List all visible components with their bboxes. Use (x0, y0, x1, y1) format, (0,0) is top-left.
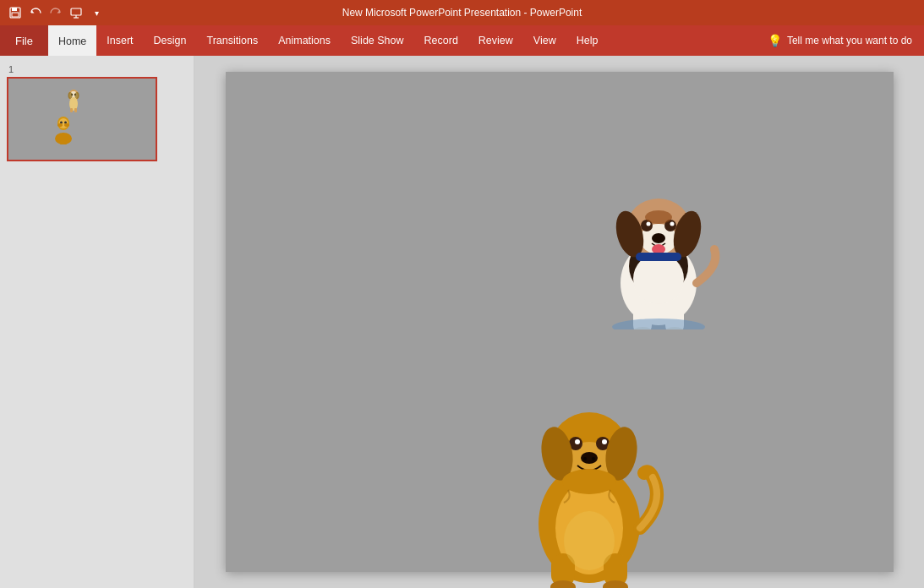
file-tab[interactable]: File (0, 25, 48, 56)
slide-area[interactable] (194, 56, 924, 588)
svg-point-23 (64, 123, 69, 127)
slide-thumbnail[interactable] (7, 77, 157, 161)
tab-review[interactable]: Review (468, 25, 523, 56)
beagle-image[interactable] (589, 173, 729, 329)
tab-record[interactable]: Record (414, 25, 468, 56)
slide-thumb-content (8, 79, 156, 160)
title-bar: ▾ New Microsoft PowerPoint Presentation … (0, 0, 924, 25)
svg-point-19 (59, 118, 68, 128)
svg-point-33 (646, 222, 650, 226)
svg-rect-24 (60, 140, 63, 144)
ribbon: File Home Insert Design Transitions Anim… (0, 25, 924, 56)
tab-transitions[interactable]: Transitions (196, 25, 268, 56)
thumb-golden-icon (52, 115, 74, 144)
svg-point-54 (581, 452, 598, 464)
svg-point-12 (68, 92, 73, 99)
svg-point-56 (592, 457, 595, 460)
svg-rect-2 (12, 13, 19, 17)
save-icon[interactable] (7, 4, 24, 21)
svg-point-34 (670, 222, 674, 226)
tab-home[interactable]: Home (48, 25, 96, 56)
svg-point-66 (564, 511, 615, 570)
svg-point-22 (57, 123, 63, 127)
window-title: New Microsoft PowerPoint Presentation - … (342, 7, 582, 19)
main-area: 1 (0, 56, 924, 588)
redo-icon[interactable] (47, 4, 64, 21)
presenter-icon[interactable] (68, 4, 85, 21)
tell-me-label: Tell me what you want to do (787, 35, 912, 46)
svg-rect-15 (70, 108, 73, 112)
svg-point-45 (645, 210, 672, 224)
golden-retriever-image[interactable] (505, 384, 674, 588)
svg-point-17 (55, 133, 72, 144)
slide-number-label: 1 (8, 64, 187, 74)
tab-slideshow[interactable]: Slide Show (341, 25, 414, 56)
tab-view[interactable]: View (523, 25, 566, 56)
quick-access-toolbar: ▾ (7, 4, 105, 21)
svg-rect-5 (71, 8, 81, 15)
svg-point-52 (575, 439, 580, 444)
tab-animations[interactable]: Animations (268, 25, 341, 56)
svg-rect-16 (74, 108, 77, 112)
svg-rect-1 (12, 8, 17, 11)
svg-point-53 (602, 439, 607, 444)
tell-me-input[interactable]: 💡 Tell me what you want to do (756, 25, 924, 56)
tab-design[interactable]: Design (144, 25, 197, 56)
svg-point-35 (652, 233, 665, 243)
svg-point-55 (583, 457, 587, 460)
slide-canvas[interactable] (226, 72, 894, 572)
svg-point-44 (612, 318, 705, 329)
svg-point-61 (562, 469, 616, 494)
tab-help[interactable]: Help (566, 25, 609, 56)
slide-panel[interactable]: 1 (0, 56, 194, 588)
svg-rect-39 (636, 253, 681, 261)
thumb-beagle-icon (64, 89, 83, 112)
svg-point-13 (75, 92, 79, 99)
customize-icon[interactable]: ▾ (88, 4, 105, 21)
undo-icon[interactable] (27, 4, 44, 21)
tab-insert[interactable]: Insert (96, 25, 143, 56)
svg-rect-25 (64, 140, 68, 144)
